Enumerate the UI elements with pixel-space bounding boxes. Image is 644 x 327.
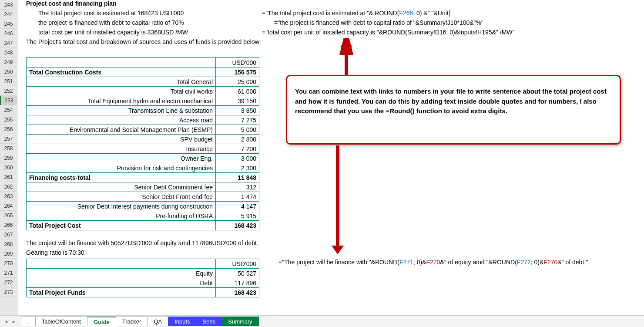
row-header[interactable]: 246 — [0, 29, 17, 38]
help-callout: You can combine text with links to numbe… — [286, 75, 621, 145]
formula-display-3: ="total cost per unit of installed capac… — [262, 29, 514, 36]
row-header[interactable]: 257 — [0, 134, 17, 144]
table-row: Access road7 275 — [27, 115, 259, 125]
cost-label: Access road — [27, 115, 216, 125]
tab-tracker[interactable]: Tracker — [116, 317, 148, 326]
svg-rect-4 — [336, 145, 339, 246]
row-header[interactable]: 266 — [0, 220, 17, 230]
row-header[interactable]: 245 — [0, 19, 17, 29]
cost-value: 11 848 — [216, 173, 259, 182]
table-row: Total Construction Costs156 575 — [27, 67, 259, 77]
cost-label: Senior Debt Interest payments during con… — [27, 202, 216, 211]
cost-value: 61 000 — [216, 87, 259, 96]
row-header[interactable]: 264 — [0, 201, 17, 211]
cost-value: 7 275 — [216, 115, 259, 125]
cost-value: 3 850 — [216, 106, 259, 115]
cost-table: USD'000 Total Construction Costs156 575T… — [26, 57, 259, 230]
row-header[interactable]: 247 — [0, 38, 17, 48]
cost-value: 4 147 — [216, 202, 259, 211]
narrative-line-5: The project will be finance with 50527US… — [26, 239, 258, 246]
cost-label: Total Equipment hydro and electro mechan… — [27, 96, 216, 106]
row-header[interactable]: 262 — [0, 182, 17, 192]
row-header[interactable]: 271 — [0, 268, 17, 278]
cost-label: Financing costs-total — [27, 173, 216, 182]
cost-label: Total Construction Costs — [27, 67, 216, 77]
row-header[interactable]: 254 — [0, 105, 17, 115]
svg-marker-5 — [332, 246, 344, 254]
table-row: Total General25 000 — [27, 77, 259, 87]
cost-label: SPV budget — [27, 135, 216, 144]
row-header[interactable]: 250 — [0, 67, 17, 77]
narrative-line-6: Gearing ratio is 70:30 — [26, 249, 84, 256]
tab-guide[interactable]: Guide — [87, 317, 116, 327]
table-row: SPV budget2 800 — [27, 135, 259, 144]
table-row: Insurance7 200 — [27, 144, 259, 154]
cost-value: 25 000 — [216, 77, 259, 87]
cost-value: 168 423 — [216, 221, 259, 230]
row-header[interactable]: 265 — [0, 211, 17, 220]
row-header[interactable]: 273 — [0, 287, 17, 297]
row-header[interactable]: 252 — [0, 86, 17, 96]
tab-qa[interactable]: QA — [147, 317, 168, 326]
row-header[interactable]: 258 — [0, 144, 17, 153]
table-row: Total Project Cost168 423 — [27, 221, 259, 230]
row-header[interactable]: 272 — [0, 278, 17, 287]
cost-value: 39 150 — [216, 96, 259, 106]
table-row: Provision for risk and contingencies2 30… — [27, 163, 259, 173]
row-header[interactable]: 249 — [0, 57, 17, 67]
cost-value: 5 915 — [216, 211, 259, 221]
row-header-gutter: 2432442452462472482492502512522532542552… — [0, 0, 17, 315]
table-header-unit: USD'000 — [216, 58, 259, 67]
table2-header-unit: USD'000 — [216, 259, 259, 269]
row-header[interactable]: 251 — [0, 77, 17, 86]
row-header[interactable]: 270 — [0, 259, 17, 268]
table2-header-blank — [27, 259, 216, 269]
arrow-down-icon — [329, 145, 346, 254]
table-row: Senior Debt Commitment fee312 — [27, 182, 259, 192]
spreadsheet-cells[interactable]: Project cost and financing plan The tota… — [17, 0, 644, 315]
tab-nav-next-icon[interactable]: ► — [10, 318, 17, 325]
row-header[interactable]: 261 — [0, 172, 17, 182]
narrative-line-2: the project is financed with debt to cap… — [26, 19, 184, 26]
funds-value: 117 896 — [216, 278, 259, 288]
tab-inputs[interactable]: Inputs — [168, 317, 196, 326]
arrow-up-icon — [338, 38, 355, 78]
row-header[interactable]: 268 — [0, 239, 17, 249]
row-header[interactable]: 259 — [0, 153, 17, 163]
funds-label: Total Project Funds — [27, 288, 216, 297]
row-header[interactable]: 256 — [0, 125, 17, 134]
row-header[interactable]: 267 — [0, 230, 17, 239]
table-row: Environmental and Social Management Plan… — [27, 125, 259, 135]
tab-sens[interactable]: Sens — [196, 317, 222, 326]
tab-nav-prev-icon[interactable]: ◄ — [3, 318, 10, 325]
table-row: Senior Debt Front-end-fee1 474 — [27, 192, 259, 202]
cost-label: Total civil works — [27, 87, 216, 96]
cost-label: Owner Eng. — [27, 154, 216, 163]
cost-value: 312 — [216, 182, 259, 192]
svg-rect-3 — [345, 46, 348, 76]
cost-value: 156 575 — [216, 67, 259, 77]
tab-summary[interactable]: Summary — [221, 317, 259, 326]
row-header[interactable]: 244 — [0, 10, 17, 19]
cost-value: 5 000 — [216, 125, 259, 135]
cost-value: 2 800 — [216, 135, 259, 144]
row-header[interactable]: 269 — [0, 249, 17, 259]
tab-tableofcontent[interactable]: TableOfContent — [35, 317, 87, 326]
row-header[interactable]: 263 — [0, 192, 17, 201]
table-row: Financing costs-total11 848 — [27, 173, 259, 182]
row-header[interactable]: 260 — [0, 163, 17, 172]
row-header[interactable]: 255 — [0, 115, 17, 125]
tab-dot[interactable]: . — [21, 317, 36, 326]
table-row: Owner Eng.3 000 — [27, 154, 259, 163]
row-header[interactable]: 248 — [0, 48, 17, 57]
cost-value: 2 300 — [216, 163, 259, 173]
cost-label: Total Project Cost — [27, 221, 216, 230]
narrative-line-4: The Project's total cost and breakdown o… — [26, 38, 261, 45]
cost-value: 7 200 — [216, 144, 259, 154]
cost-label: Environmental and Social Management Plan… — [27, 125, 216, 135]
formula-display-1: ="The total project cost is estimated at… — [262, 10, 449, 17]
formula-display-4: ="The project will be finance with "&ROU… — [278, 259, 588, 266]
funds-table: USD'000 Equity50 527Debt117 896Total Pro… — [26, 259, 259, 297]
row-header[interactable]: 243 — [0, 0, 17, 10]
row-header[interactable]: 253 — [0, 96, 17, 105]
